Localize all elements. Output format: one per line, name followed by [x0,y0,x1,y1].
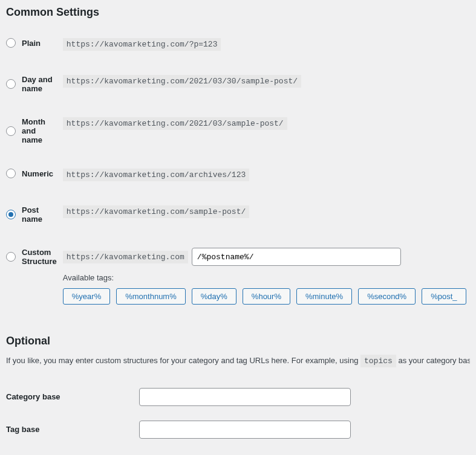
radio-numeric-text: Numeric [22,169,53,178]
radio-custom-text: Custom Structure [22,248,57,266]
tag-day-button[interactable]: %day% [192,288,236,305]
sample-url-numeric: https://kavomarketing.com/archives/123 [63,169,249,181]
radio-day-name-text: Day and name [22,75,57,93]
sample-url-plain: https://kavomarketing.com/?p=123 [63,38,221,51]
common-settings-heading: Common Settings [6,6,470,19]
tag-monthnum-button[interactable]: %monthnum% [116,288,186,305]
radio-month-name-label[interactable]: Month and name [6,117,57,144]
optional-desc-pre: If you like, you may enter custom struct… [6,356,360,365]
optional-heading: Optional [6,335,470,347]
radio-post-name[interactable] [6,210,16,219]
tag-hour-button[interactable]: %hour% [243,288,290,305]
tag-year-button[interactable]: %year% [63,288,110,305]
radio-day-name-label[interactable]: Day and name [6,75,57,93]
radio-custom-label[interactable]: Custom Structure [6,248,57,266]
available-tags-row: %year% %monthnum% %day% %hour% %minute% … [63,288,466,305]
radio-numeric-label[interactable]: Numeric [6,169,57,178]
available-tags-label: Available tags: [63,273,466,282]
custom-base-url: https://kavomarketing.com [63,251,188,263]
tag-base-input[interactable] [139,421,351,439]
optional-desc-code: topics [360,355,396,367]
radio-month-name[interactable] [6,126,16,136]
tag-base-label: Tag base [6,413,139,446]
radio-plain-label[interactable]: Plain [6,38,57,48]
tag-minute-button[interactable]: %minute% [296,288,352,305]
sample-url-month-name: https://kavomarketing.com/2021/03/sample… [63,117,287,130]
radio-custom[interactable] [6,252,16,262]
radio-post-name-label[interactable]: Post name [6,205,57,224]
tag-second-button[interactable]: %second% [358,288,416,305]
optional-table: Category base Tag base [6,381,470,446]
radio-numeric[interactable] [6,169,16,178]
optional-description: If you like, you may enter custom struct… [6,355,470,367]
radio-month-name-text: Month and name [22,117,57,144]
tag-post-button[interactable]: %post_ [422,288,466,305]
category-base-input[interactable] [139,388,351,406]
sample-url-day-name: https://kavomarketing.com/2021/03/30/sam… [63,75,301,88]
sample-url-post-name: https://kavomarketing.com/sample-post/ [63,205,249,218]
radio-plain-text: Plain [22,39,41,48]
optional-desc-post: as your category base wo [396,356,470,365]
radio-plain[interactable] [6,38,16,48]
category-base-label: Category base [6,381,139,413]
permalink-structure-table: Plain https://kavomarketing.com/?p=123 D… [6,26,472,317]
radio-day-name[interactable] [6,79,16,89]
radio-post-name-text: Post name [22,205,57,224]
custom-structure-input[interactable] [192,248,401,266]
